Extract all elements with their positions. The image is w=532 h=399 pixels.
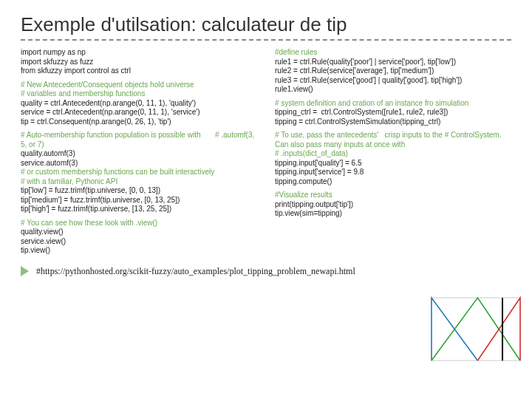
svg-rect-0 (432, 298, 520, 361)
code-antecedent: # New Antecedent/Consequent objects hold… (21, 81, 257, 127)
footer-url: #https://pythonhosted.org/scikit-fuzzy/a… (36, 266, 355, 277)
code-automf: # Auto-membership function population is… (21, 131, 257, 214)
footer: #https://pythonhosted.org/scikit-fuzzy/a… (21, 266, 511, 277)
right-column: #define rules rule1 = ctrl.Rule(quality[… (275, 48, 511, 260)
membership-plot (424, 294, 528, 368)
code-visualize: #Visualize results print(tipping.output[… (275, 191, 511, 219)
code-inputs: # To use, pass the antecedents' crisp in… (275, 131, 511, 186)
left-column: import numpy as np import skfuzzy as fuz… (21, 48, 257, 260)
code-imports: import numpy as np import skfuzzy as fuz… (21, 48, 257, 76)
slide-title: Exemple d'utilsation: calculateur de tip (21, 13, 511, 36)
code-view: # You can see how these look with .view(… (21, 219, 257, 256)
bullet-arrow-icon (21, 266, 29, 276)
code-rules: #define rules rule1 = ctrl.Rule(quality[… (275, 48, 511, 95)
code-system: # system definition and cration of an in… (275, 99, 511, 127)
code-columns: import numpy as np import skfuzzy as fuz… (21, 48, 511, 260)
title-divider (21, 39, 511, 41)
